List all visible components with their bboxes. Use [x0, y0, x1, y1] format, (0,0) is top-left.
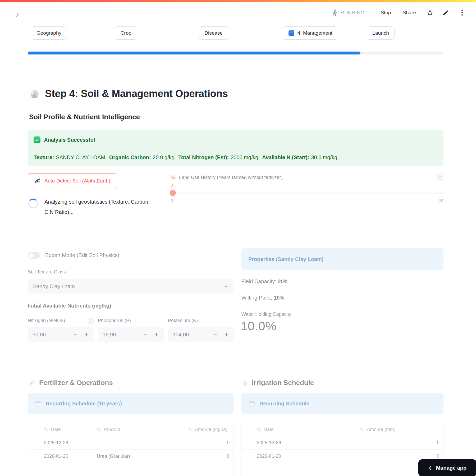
field-capacity-label: Field Capacity: — [241, 278, 276, 284]
toolbar: RUNNING... Stop Share — [331, 9, 464, 16]
chevron-right-icon — [15, 12, 20, 18]
satellite-icon — [34, 177, 41, 184]
date-cell[interactable]: 2025-12-26 — [40, 436, 93, 449]
total-nitrogen-value: 2000 mg/kg — [231, 154, 258, 160]
chevron-left-icon — [428, 465, 432, 471]
step-label: 4. Management — [298, 30, 332, 36]
phosphorus-input[interactable]: 16,90 − + — [98, 327, 164, 342]
overflow-menu-icon[interactable] — [460, 9, 464, 16]
column-header-date[interactable]: Date — [253, 423, 356, 436]
help-icon[interactable]: ? — [437, 174, 443, 180]
amount-cell[interactable]: 0 — [184, 450, 233, 463]
slider-track[interactable] — [170, 193, 443, 194]
row-index-cell[interactable] — [28, 450, 40, 463]
row-index-cell[interactable] — [242, 450, 253, 463]
date-cell[interactable]: 2026-01-20 — [253, 450, 356, 463]
column-type-icon — [44, 427, 48, 432]
check-icon — [34, 136, 40, 143]
index-column-header[interactable] — [28, 423, 40, 436]
blue-square-icon — [289, 30, 294, 36]
app-root: RUNNING... Stop Share Geography Crop Dis… — [0, 0, 476, 476]
auto-detect-soil-button[interactable]: Auto-Detect Soil (AlphaEarth) — [28, 173, 116, 188]
success-title: Analysis Successful — [44, 137, 95, 143]
field-capacity-value: 20% — [278, 278, 289, 284]
help-icon[interactable]: ? — [88, 318, 94, 324]
divider — [28, 73, 443, 73]
phosphorus-input-group: Phosphorus (P) 16,90 − + — [98, 317, 164, 342]
sidebar-expand-button[interactable] — [13, 11, 22, 19]
column-header-amount[interactable]: Amount (mm) — [356, 423, 443, 436]
step-button-disease[interactable]: Disease — [199, 26, 228, 40]
phosphorus-value: 16,90 — [103, 332, 116, 338]
manage-app-button[interactable]: Manage app — [418, 459, 476, 476]
date-cell[interactable]: 2025-12-26 — [253, 436, 356, 449]
share-button[interactable]: Share — [402, 10, 416, 16]
potassium-label: Potassium (K) — [168, 318, 198, 323]
date-cell[interactable] — [40, 463, 93, 476]
fertilizer-heading: Fertilizer & Operations — [28, 379, 113, 387]
column-label: Product — [104, 427, 120, 432]
stop-button[interactable]: Stop — [381, 10, 391, 16]
date-cell[interactable] — [253, 463, 356, 476]
step-button-launch[interactable]: Launch — [367, 26, 394, 40]
product-cell[interactable] — [93, 463, 184, 476]
row-index-cell[interactable] — [242, 463, 253, 476]
column-label: Date — [51, 427, 61, 432]
irrigation-schedule-label: Recurring Schedule — [259, 401, 309, 407]
total-nitrogen-label: Total Nitrogen (Est): — [178, 154, 229, 160]
favorite-star-icon[interactable] — [427, 9, 433, 16]
amount-cell[interactable]: 0 — [184, 436, 233, 449]
step-button-crop[interactable]: Crop — [115, 26, 137, 40]
increment-button[interactable]: + — [84, 327, 88, 342]
available-n-value: 30.0 mg/kg — [311, 154, 337, 160]
droplet-icon — [241, 379, 248, 387]
soil-texture-select[interactable]: Sandy Clay Loam — [28, 279, 234, 294]
irrigation-heading-text: Irrigation Schedule — [252, 379, 314, 387]
step-button-geography[interactable]: Geography — [31, 26, 67, 40]
manage-app-label: Manage app — [436, 465, 467, 471]
column-header-amount[interactable]: Amount (kg/ha) — [184, 423, 233, 436]
calendar-icon — [35, 400, 42, 407]
edit-pencil-icon[interactable] — [442, 9, 449, 16]
date-cell[interactable]: 2026-01-20 — [40, 450, 93, 463]
page-heading: Step 4: Soil & Management Operations — [29, 88, 228, 99]
step-button-management[interactable]: 4. Management — [283, 26, 338, 40]
table-row: 2026-01-20 Urea (Granular) 0 — [28, 449, 233, 463]
column-type-icon — [257, 427, 261, 432]
decrement-button[interactable]: − — [143, 327, 147, 342]
disabled-section: Expert Mode (Edit Soil Physics) Soil Tex… — [0, 0, 476, 476]
potassium-input[interactable]: 104,00 − + — [168, 327, 234, 342]
increment-button[interactable]: + — [225, 327, 228, 342]
row-index-cell[interactable] — [28, 463, 40, 476]
row-index-cell[interactable] — [242, 436, 253, 449]
product-cell[interactable] — [93, 436, 184, 449]
decrement-button[interactable]: − — [73, 327, 77, 342]
whc-metric-label: Water Holding Capacity — [241, 312, 291, 317]
index-column-header[interactable] — [242, 423, 253, 436]
properties-info-box: Properties (Sandy Clay Loam) — [241, 248, 443, 270]
table-header-row: Date Amount (mm) — [242, 423, 443, 436]
slider-thumb[interactable] — [170, 190, 176, 196]
app-status: RUNNING... — [341, 10, 369, 16]
column-header-date[interactable]: Date — [40, 423, 93, 436]
table-row: 2025-12-26 0 — [242, 436, 443, 449]
product-cell[interactable]: Urea (Granular) — [93, 450, 184, 463]
increment-button[interactable]: + — [154, 327, 158, 342]
step-nav: Geography Crop Disease 4. Management Lau… — [28, 26, 443, 40]
amount-cell[interactable] — [184, 463, 233, 476]
properties-title: Properties (Sandy Clay Loam) — [248, 256, 324, 262]
organic-carbon-value: 20.0 g/kg — [153, 154, 175, 160]
row-index-cell[interactable] — [28, 436, 40, 449]
step-label: Launch — [372, 30, 389, 36]
expert-mode-toggle[interactable] — [28, 252, 40, 259]
decrement-button[interactable]: − — [213, 327, 217, 342]
progress-bar-fill — [28, 52, 360, 54]
amount-cell[interactable]: 0 — [356, 436, 443, 449]
nitrogen-input[interactable]: 30,00 − + — [28, 327, 94, 342]
column-header-product[interactable]: Product — [93, 423, 184, 436]
soil-analysis-summary: Texture:SANDY CLAY LOAM Organic Carbon:2… — [34, 154, 438, 161]
slider-label: Land Use History (Years farmed without f… — [179, 175, 282, 180]
step-label: Geography — [36, 30, 61, 36]
column-type-icon — [188, 427, 193, 432]
slider-max: 20 — [438, 198, 443, 203]
